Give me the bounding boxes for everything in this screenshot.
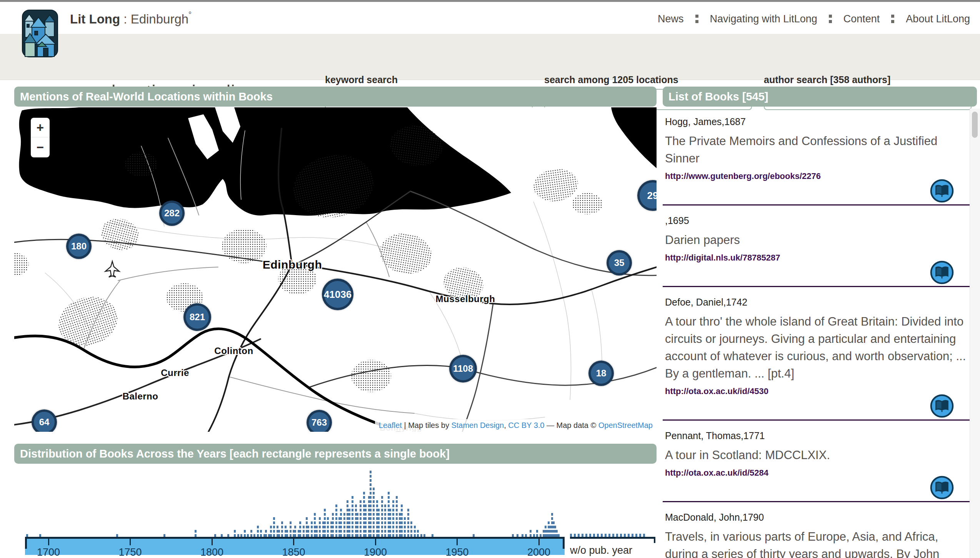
place-label-edinburgh: Edinburgh (263, 258, 322, 271)
hist-column-1884 (348, 509, 350, 537)
leaflet-map[interactable]: + − EdinburghMusselburghColintonCurrieBa… (14, 107, 657, 432)
zoom-in-button[interactable]: + (31, 118, 50, 137)
cluster-marker-763[interactable]: 763 (307, 410, 332, 432)
hist-column-1869 (324, 509, 326, 537)
attribution-text: , (504, 421, 508, 429)
hist-column-1874 (332, 513, 334, 537)
hist-column-1851 (294, 526, 296, 537)
open-book-icon[interactable] (930, 261, 954, 284)
litlong-logo[interactable] (22, 10, 58, 57)
book-entry-2: ,1695Darien papershttp://digital.nls.uk/… (663, 205, 977, 287)
location-search-label: search among 1205 locations (544, 74, 752, 85)
author-search-label: author search [358 authors] (764, 74, 972, 85)
chart-panel-header: Distribution of Books Across the Years [… (14, 444, 657, 464)
cluster-marker-1108[interactable]: 1108 (449, 355, 477, 383)
year-range-slider[interactable]: 1700175018001850190019502000 (25, 537, 565, 555)
hist-column-1879 (340, 509, 342, 537)
cluster-marker-18[interactable]: 18 (588, 361, 614, 386)
hist-column-1871 (327, 517, 329, 537)
water-firth-of-forth (19, 107, 511, 216)
slider-right-handle[interactable] (563, 539, 565, 549)
hist-column-1824 (250, 530, 252, 537)
hist-column-1928 (420, 534, 422, 537)
hist-column-1899 (373, 488, 375, 537)
cluster-marker-821[interactable]: 821 (183, 303, 211, 331)
book-title: Darien papers (665, 231, 967, 249)
books-by-year-chart: 1700175018001850190019502000 w/o pub. ye… (14, 466, 657, 558)
cluster-marker-64[interactable]: 64 (32, 409, 57, 432)
open-book-icon[interactable] (930, 394, 954, 418)
book-author: Hogg, James,1687 (665, 116, 967, 128)
cluster-marker-282[interactable]: 282 (159, 200, 185, 226)
nav-item-content[interactable]: Content (840, 13, 883, 25)
open-book-icon[interactable] (930, 179, 954, 203)
hist-column-1997 (533, 534, 535, 537)
attribution-link[interactable]: Stamen Design (451, 421, 504, 429)
hist-column-1920 (407, 509, 409, 537)
hist-column-1990 (522, 534, 523, 537)
map-tiles (14, 107, 657, 432)
hist-column-1806 (221, 534, 223, 537)
hist-column-1822 (247, 534, 249, 537)
hist-column-1897 (370, 471, 372, 537)
nav-item-navigating-with-litlong[interactable]: Navigating with LitLong (707, 13, 820, 25)
axis-label-1900: 1900 (364, 546, 387, 558)
book-author: MacDonald, John,1790 (665, 511, 967, 523)
hist-column-1894 (365, 505, 367, 537)
hist-no-year-books (570, 534, 645, 537)
brand-litlong: Lit Long (70, 12, 120, 26)
axis-tick-2000 (538, 539, 540, 545)
brand-title: Lit Long : Edinburgh° (70, 12, 192, 27)
slider-left-handle[interactable] (25, 539, 27, 549)
zoom-out-button[interactable]: − (31, 137, 50, 157)
axis-tick-1850 (293, 539, 294, 545)
brand-degree: ° (188, 10, 192, 19)
hist-column-1886 (352, 496, 353, 537)
book-author: Pennant, Thomas,1771 (665, 430, 967, 442)
nav-item-news[interactable]: News (655, 13, 687, 25)
hist-column-1902 (378, 509, 380, 537)
hist-column-1935 (432, 534, 433, 537)
cluster-marker-35[interactable]: 35 (607, 250, 632, 276)
place-label-colinton: Colinton (214, 346, 253, 356)
cluster-marker-180[interactable]: 180 (66, 234, 92, 259)
water-northeast (611, 107, 657, 168)
axis-tick-1900 (375, 539, 376, 545)
open-book-icon[interactable] (930, 476, 954, 500)
hist-column-1864 (316, 526, 318, 537)
sub-header: location visualiser keyword search searc… (0, 34, 980, 80)
cluster-marker-41036[interactable]: 41036 (322, 279, 353, 310)
hist-column-1984 (512, 534, 514, 537)
axis-label-1850: 1850 (282, 546, 305, 558)
axis-label-1800: 1800 (200, 546, 223, 558)
place-label-currie: Currie (161, 368, 189, 378)
hist-column-1992 (525, 534, 527, 537)
nav-item-about-litlong[interactable]: About LitLong (903, 13, 973, 25)
axis-tick-1950 (457, 539, 458, 545)
booklist-panel-header: List of Books [545] (663, 87, 977, 107)
hist-column-1916 (401, 505, 403, 537)
nav-separator-icon (891, 15, 894, 23)
hist-column-1841 (278, 530, 280, 537)
hist-column-1856 (303, 526, 305, 537)
hist-column-1838 (273, 517, 275, 537)
place-label-musselburgh: Musselburgh (436, 294, 495, 304)
attribution-link[interactable]: CC BY 3.0 (508, 421, 544, 429)
hist-column-1843 (281, 521, 283, 537)
hist-column-1995 (530, 530, 532, 537)
hist-column-1818 (240, 534, 242, 537)
brand-separator: : (120, 12, 131, 26)
hist-column-1695 (39, 534, 41, 537)
attribution-link[interactable]: OpenStreetMap (598, 421, 653, 429)
attribution-link[interactable]: Leaflet (379, 421, 402, 429)
book-list-scrollbar-thumb[interactable] (972, 112, 978, 138)
book-author: Defoe, Daniel,1742 (665, 296, 967, 308)
main-nav: NewsNavigating with LitLongContentAbout … (655, 2, 973, 36)
litlong-location-visualiser: Lit Long : Edinburgh° NewsNavigating wit… (0, 0, 980, 558)
axis-tick-1750 (130, 539, 131, 545)
map-attribution: Leaflet | Map tiles by Stamen Design, CC… (375, 419, 657, 432)
book-icon-row (665, 179, 967, 203)
brand-city: Edinburgh (131, 12, 188, 26)
book-entry-3: Defoe, Daniel,1742A tour thro' the whole… (663, 287, 977, 421)
hist-column-1913 (396, 496, 398, 537)
